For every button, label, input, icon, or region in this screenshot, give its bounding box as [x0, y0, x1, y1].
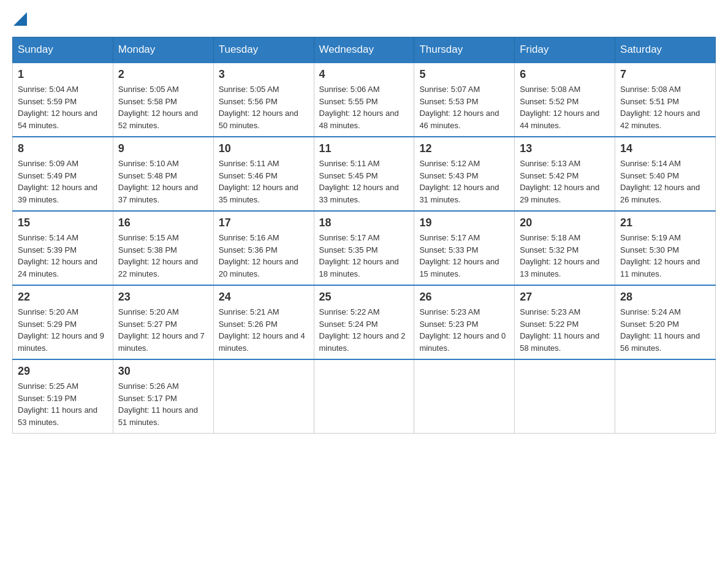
day-cell-7: 7 Sunrise: 5:08 AMSunset: 5:51 PMDayligh… [615, 63, 716, 137]
day-info: Sunrise: 5:15 AMSunset: 5:38 PMDaylight:… [118, 233, 198, 278]
day-info: Sunrise: 5:24 AMSunset: 5:20 PMDaylight:… [620, 307, 700, 353]
day-number: 26 [419, 291, 509, 304]
column-header-monday: Monday [113, 37, 213, 63]
calendar-table: SundayMondayTuesdayWednesdayThursdayFrid… [12, 37, 716, 434]
column-header-saturday: Saturday [615, 37, 716, 63]
day-info: Sunrise: 5:18 AMSunset: 5:32 PMDaylight:… [520, 233, 599, 278]
day-number: 29 [18, 365, 108, 378]
column-header-thursday: Thursday [414, 37, 515, 63]
day-cell-25: 25 Sunrise: 5:22 AMSunset: 5:24 PMDaylig… [314, 285, 414, 359]
day-number: 8 [18, 142, 108, 155]
day-cell-19: 19 Sunrise: 5:17 AMSunset: 5:33 PMDaylig… [414, 211, 515, 285]
day-number: 4 [319, 68, 409, 81]
day-cell-1: 1 Sunrise: 5:04 AMSunset: 5:59 PMDayligh… [13, 63, 113, 137]
day-info: Sunrise: 5:11 AMSunset: 5:46 PMDaylight:… [219, 159, 298, 204]
day-number: 30 [118, 365, 208, 378]
empty-cell [414, 359, 515, 434]
day-number: 14 [620, 142, 710, 155]
day-number: 1 [18, 68, 108, 81]
day-number: 18 [319, 216, 409, 229]
day-info: Sunrise: 5:19 AMSunset: 5:30 PMDaylight:… [620, 233, 700, 278]
day-info: Sunrise: 5:08 AMSunset: 5:51 PMDaylight:… [620, 85, 700, 130]
day-number: 15 [18, 216, 108, 229]
empty-cell [314, 359, 414, 434]
week-row-1: 1 Sunrise: 5:04 AMSunset: 5:59 PMDayligh… [13, 63, 716, 137]
day-cell-10: 10 Sunrise: 5:11 AMSunset: 5:46 PMDaylig… [213, 137, 314, 211]
day-cell-18: 18 Sunrise: 5:17 AMSunset: 5:35 PMDaylig… [314, 211, 414, 285]
day-info: Sunrise: 5:14 AMSunset: 5:40 PMDaylight:… [620, 159, 700, 204]
day-info: Sunrise: 5:09 AMSunset: 5:49 PMDaylight:… [18, 159, 97, 204]
day-info: Sunrise: 5:16 AMSunset: 5:36 PMDaylight:… [219, 233, 298, 278]
day-cell-14: 14 Sunrise: 5:14 AMSunset: 5:40 PMDaylig… [615, 137, 716, 211]
day-info: Sunrise: 5:17 AMSunset: 5:33 PMDaylight:… [419, 233, 499, 278]
day-cell-22: 22 Sunrise: 5:20 AMSunset: 5:29 PMDaylig… [13, 285, 113, 359]
logo-triangle-icon [13, 12, 27, 26]
day-info: Sunrise: 5:13 AMSunset: 5:42 PMDaylight:… [520, 159, 599, 204]
day-number: 20 [520, 216, 610, 229]
calendar-header-row: SundayMondayTuesdayWednesdayThursdayFrid… [13, 37, 716, 63]
day-number: 23 [118, 291, 208, 304]
day-number: 12 [419, 142, 509, 155]
week-row-5: 29 Sunrise: 5:25 AMSunset: 5:19 PMDaylig… [13, 359, 716, 434]
day-number: 25 [319, 291, 409, 304]
day-cell-16: 16 Sunrise: 5:15 AMSunset: 5:38 PMDaylig… [113, 211, 213, 285]
week-row-2: 8 Sunrise: 5:09 AMSunset: 5:49 PMDayligh… [13, 137, 716, 211]
day-number: 11 [319, 142, 409, 155]
week-row-3: 15 Sunrise: 5:14 AMSunset: 5:39 PMDaylig… [13, 211, 716, 285]
day-info: Sunrise: 5:20 AMSunset: 5:29 PMDaylight:… [18, 307, 104, 353]
logo [12, 12, 27, 25]
day-number: 6 [520, 68, 610, 81]
day-number: 10 [219, 142, 309, 155]
svg-marker-0 [13, 12, 27, 26]
day-cell-20: 20 Sunrise: 5:18 AMSunset: 5:32 PMDaylig… [515, 211, 615, 285]
day-number: 13 [520, 142, 610, 155]
day-cell-9: 9 Sunrise: 5:10 AMSunset: 5:48 PMDayligh… [113, 137, 213, 211]
day-number: 2 [118, 68, 208, 81]
day-info: Sunrise: 5:23 AMSunset: 5:23 PMDaylight:… [419, 307, 506, 353]
day-number: 5 [419, 68, 509, 81]
day-info: Sunrise: 5:07 AMSunset: 5:53 PMDaylight:… [419, 85, 499, 130]
day-cell-4: 4 Sunrise: 5:06 AMSunset: 5:55 PMDayligh… [314, 63, 414, 137]
day-cell-27: 27 Sunrise: 5:23 AMSunset: 5:22 PMDaylig… [515, 285, 615, 359]
day-info: Sunrise: 5:12 AMSunset: 5:43 PMDaylight:… [419, 159, 499, 204]
day-cell-30: 30 Sunrise: 5:26 AMSunset: 5:17 PMDaylig… [113, 359, 213, 434]
day-info: Sunrise: 5:14 AMSunset: 5:39 PMDaylight:… [18, 233, 97, 278]
day-info: Sunrise: 5:23 AMSunset: 5:22 PMDaylight:… [520, 307, 599, 353]
day-number: 16 [118, 216, 208, 229]
day-info: Sunrise: 5:22 AMSunset: 5:24 PMDaylight:… [319, 307, 406, 353]
column-header-tuesday: Tuesday [213, 37, 314, 63]
day-info: Sunrise: 5:11 AMSunset: 5:45 PMDaylight:… [319, 159, 399, 204]
day-info: Sunrise: 5:05 AMSunset: 5:56 PMDaylight:… [219, 85, 298, 130]
column-header-friday: Friday [515, 37, 615, 63]
day-cell-17: 17 Sunrise: 5:16 AMSunset: 5:36 PMDaylig… [213, 211, 314, 285]
day-info: Sunrise: 5:05 AMSunset: 5:58 PMDaylight:… [118, 85, 198, 130]
day-info: Sunrise: 5:25 AMSunset: 5:19 PMDaylight:… [18, 381, 97, 427]
day-number: 17 [219, 216, 309, 229]
day-number: 27 [520, 291, 610, 304]
day-number: 3 [219, 68, 309, 81]
day-number: 24 [219, 291, 309, 304]
empty-cell [515, 359, 615, 434]
day-cell-24: 24 Sunrise: 5:21 AMSunset: 5:26 PMDaylig… [213, 285, 314, 359]
day-cell-23: 23 Sunrise: 5:20 AMSunset: 5:27 PMDaylig… [113, 285, 213, 359]
day-cell-13: 13 Sunrise: 5:13 AMSunset: 5:42 PMDaylig… [515, 137, 615, 211]
day-cell-8: 8 Sunrise: 5:09 AMSunset: 5:49 PMDayligh… [13, 137, 113, 211]
day-cell-21: 21 Sunrise: 5:19 AMSunset: 5:30 PMDaylig… [615, 211, 716, 285]
day-cell-11: 11 Sunrise: 5:11 AMSunset: 5:45 PMDaylig… [314, 137, 414, 211]
day-info: Sunrise: 5:26 AMSunset: 5:17 PMDaylight:… [118, 381, 198, 427]
week-row-4: 22 Sunrise: 5:20 AMSunset: 5:29 PMDaylig… [13, 285, 716, 359]
empty-cell [213, 359, 314, 434]
day-cell-3: 3 Sunrise: 5:05 AMSunset: 5:56 PMDayligh… [213, 63, 314, 137]
day-cell-29: 29 Sunrise: 5:25 AMSunset: 5:19 PMDaylig… [13, 359, 113, 434]
column-header-wednesday: Wednesday [314, 37, 414, 63]
day-info: Sunrise: 5:06 AMSunset: 5:55 PMDaylight:… [319, 85, 399, 130]
day-cell-28: 28 Sunrise: 5:24 AMSunset: 5:20 PMDaylig… [615, 285, 716, 359]
day-info: Sunrise: 5:21 AMSunset: 5:26 PMDaylight:… [219, 307, 305, 353]
day-info: Sunrise: 5:17 AMSunset: 5:35 PMDaylight:… [319, 233, 399, 278]
day-cell-6: 6 Sunrise: 5:08 AMSunset: 5:52 PMDayligh… [515, 63, 615, 137]
empty-cell [615, 359, 716, 434]
day-cell-2: 2 Sunrise: 5:05 AMSunset: 5:58 PMDayligh… [113, 63, 213, 137]
day-cell-15: 15 Sunrise: 5:14 AMSunset: 5:39 PMDaylig… [13, 211, 113, 285]
day-cell-12: 12 Sunrise: 5:12 AMSunset: 5:43 PMDaylig… [414, 137, 515, 211]
day-number: 7 [620, 68, 710, 81]
